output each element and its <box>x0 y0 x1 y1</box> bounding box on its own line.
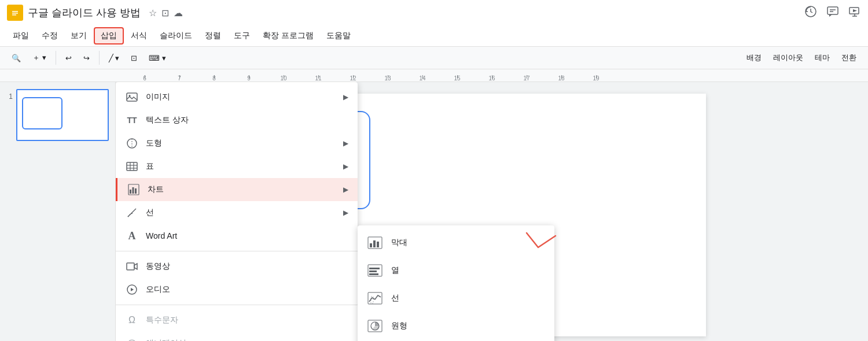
menu-insert-special: Ω 특수문자 <box>116 309 358 332</box>
menu-arrange[interactable]: 정렬 <box>199 28 227 43</box>
textbox-label: 텍스트 상자 <box>146 115 348 125</box>
submenu-line[interactable]: 선 <box>358 284 554 312</box>
menu-insert-shape[interactable]: 도형 ▶ <box>116 132 358 155</box>
canvas-area: 이미지 ▶ TT 텍스트 상자 도형 ▶ <box>116 82 868 341</box>
toolbar-background[interactable]: 배경 <box>742 50 766 65</box>
menu-insert[interactable]: 삽입 <box>94 27 124 45</box>
svg-rect-32 <box>369 268 380 269</box>
svg-rect-5 <box>827 7 838 14</box>
toolbar-theme[interactable]: 테마 <box>810 50 834 65</box>
toolbar-textbox-btn[interactable]: ⊡ <box>126 51 142 65</box>
comment-icon[interactable] <box>826 5 839 21</box>
pie-label: 원형 <box>391 321 407 331</box>
ruler-mark-14: 14 <box>405 75 440 81</box>
toolbar-keyboard[interactable]: ⌨ ▾ <box>144 51 171 65</box>
chart-label: 차트 <box>148 184 336 195</box>
ruler-mark-10: 10 <box>266 75 301 81</box>
folder-icon[interactable]: ⊡ <box>161 8 169 18</box>
toolbar-redo[interactable]: ↪ <box>79 51 94 65</box>
svg-rect-29 <box>373 240 376 247</box>
video-icon <box>125 260 139 273</box>
title-icons: ☆ ⊡ ☁ <box>149 8 183 18</box>
line-arrow: ▶ <box>343 209 348 217</box>
menu-insert-audio[interactable]: 오디오 <box>116 278 358 301</box>
ruler-mark-19: 19 <box>579 75 613 81</box>
submenu-pie[interactable]: 원형 <box>358 312 554 340</box>
ruler-mark-8: 8 <box>197 75 231 81</box>
table-icon <box>125 160 139 173</box>
toolbar-sep-2 <box>99 51 100 65</box>
toolbar-search[interactable]: 🔍 <box>7 51 25 65</box>
toolbar-transition[interactable]: 전환 <box>837 50 861 65</box>
slide-number: 1 <box>5 92 13 101</box>
menu-tools[interactable]: 도구 <box>228 28 256 43</box>
shape-arrow: ▶ <box>343 139 348 147</box>
menu-file[interactable]: 파일 <box>7 28 35 43</box>
ruler-mark-13: 13 <box>370 75 405 81</box>
star-icon[interactable]: ☆ <box>149 8 157 18</box>
menu-edit[interactable]: 수정 <box>36 28 64 43</box>
special-label: 특수문자 <box>146 315 348 325</box>
line-chart-label: 선 <box>391 293 399 303</box>
table-arrow: ▶ <box>343 162 348 170</box>
ruler-mark-17: 17 <box>509 75 544 81</box>
svg-rect-3 <box>12 14 16 16</box>
menu-insert-chart[interactable]: 차트 ▶ <box>116 178 358 201</box>
animation-icon: ◯ <box>125 336 139 341</box>
cloud-icon[interactable]: ☁ <box>174 8 183 18</box>
line-icon <box>125 206 139 220</box>
toolbar-layout[interactable]: 레이아웃 <box>768 50 808 65</box>
slide-thumbnail-1[interactable] <box>16 89 109 141</box>
divider-1 <box>116 251 358 251</box>
svg-rect-35 <box>368 292 382 304</box>
toolbar-line[interactable]: ╱ ▾ <box>104 51 124 65</box>
menu-insert-line[interactable]: 선 ▶ <box>116 201 358 224</box>
line-chart-icon <box>367 290 383 306</box>
column-label: 열 <box>391 265 399 276</box>
present-icon[interactable] <box>848 5 861 21</box>
column-chart-icon <box>367 262 383 279</box>
submenu-column[interactable]: 열 <box>358 257 554 284</box>
menu-insert-video[interactable]: 동영상 <box>116 255 358 278</box>
slide-shape <box>22 97 62 129</box>
menu-insert-wordart[interactable]: A Word Art <box>116 224 358 247</box>
slide-thumb-1: 1 <box>2 87 113 143</box>
image-icon <box>125 90 139 104</box>
menu-insert-textbox[interactable]: TT 텍스트 상자 <box>116 109 358 132</box>
menu-insert-table[interactable]: 표 ▶ <box>116 155 358 178</box>
shape-label: 도형 <box>146 138 336 149</box>
toolbar: 🔍 ＋ ▾ ↩ ↪ ╱ ▾ ⊡ ⌨ ▾ 배경 레이아웃 테마 전환 <box>0 46 868 69</box>
svg-rect-12 <box>127 93 137 101</box>
special-icon: Ω <box>125 313 139 327</box>
menu-insert-image[interactable]: 이미지 ▶ <box>116 86 358 109</box>
toolbar-sep-1 <box>56 51 56 65</box>
svg-rect-1 <box>12 11 18 12</box>
svg-rect-22 <box>130 190 131 194</box>
svg-marker-11 <box>853 9 857 12</box>
ruler-mark-15: 15 <box>440 75 475 81</box>
toolbar-undo[interactable]: ↩ <box>61 51 76 65</box>
svg-rect-25 <box>127 263 134 270</box>
menu-slide[interactable]: 슬라이드 <box>154 28 198 43</box>
menu-view[interactable]: 보기 <box>65 28 93 43</box>
svg-rect-2 <box>12 13 18 14</box>
ruler-mark-9: 9 <box>231 75 266 81</box>
toolbar-add[interactable]: ＋ ▾ <box>28 50 51 65</box>
menu-insert-animation: ◯ 애니메이션 <box>116 332 358 341</box>
menu-format[interactable]: 서식 <box>125 28 153 43</box>
chart-submenu: 막대 열 <box>358 225 554 341</box>
insert-dropdown: 이미지 ▶ TT 텍스트 상자 도형 ▶ <box>116 82 358 341</box>
ruler-mark-18: 18 <box>544 75 579 81</box>
svg-rect-30 <box>377 242 379 247</box>
shape-icon <box>125 136 139 150</box>
submenu-bar[interactable]: 막대 <box>358 229 554 257</box>
ruler: 6 7 8 9 10 11 12 13 14 15 16 17 18 19 <box>0 69 868 82</box>
history-icon[interactable] <box>804 5 817 21</box>
wordart-icon: A <box>125 229 139 243</box>
title-bar: 구글 슬라이드 사용 방법 ☆ ⊡ ☁ <box>0 0 868 25</box>
ruler-mark-11: 11 <box>301 75 336 81</box>
menu-help[interactable]: 도움말 <box>321 28 356 43</box>
menu-bar: 파일 수정 보기 삽입 서식 슬라이드 정렬 도구 확장 프로그램 도움말 <box>0 25 868 46</box>
chart-icon <box>127 183 141 197</box>
menu-extensions[interactable]: 확장 프로그램 <box>257 28 319 43</box>
